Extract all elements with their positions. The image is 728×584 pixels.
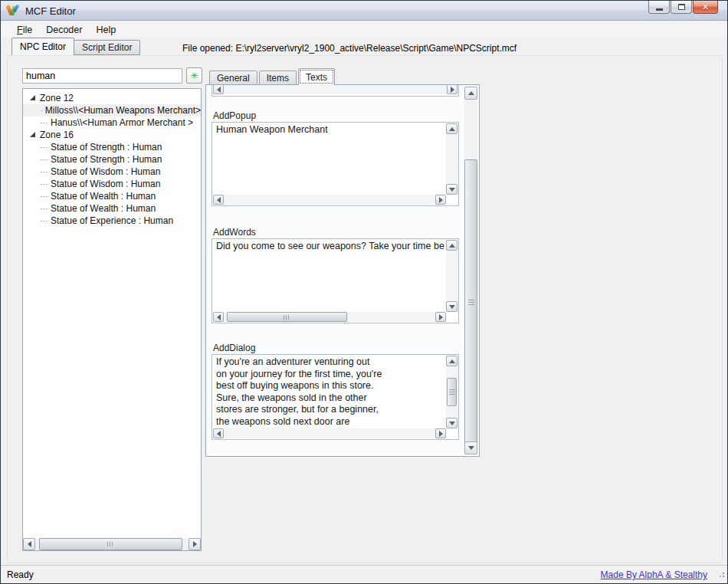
adddialog-textbox[interactable]: If you're an adventurer venturing out on… [212,354,459,440]
tab-items[interactable]: Items [259,71,297,85]
tree-connector [41,159,48,160]
scroll-right-button[interactable] [435,312,446,322]
tree-item-hanus[interactable]: Hanus\\<Human Armor Merchant > [23,116,201,129]
scroll-right-button[interactable] [447,85,457,94]
thumb-grip-icon [468,300,474,305]
scroll-up-button[interactable] [446,240,457,251]
arrow-up-icon [449,124,455,131]
scroll-left-button[interactable] [23,538,35,550]
npc-tree[interactable]: Zone 12 Milloss\\<Human Weapons Merchant… [22,88,202,551]
tree-item-statue[interactable]: Statue of Strength : Human [23,141,201,153]
tree-item-statue[interactable]: Statue of Strength : Human [23,153,201,166]
tab-npc-editor[interactable]: NPC Editor [11,38,74,55]
arrow-up-icon [468,88,474,95]
texts-panel: AddPopup Human Weapon Merchant AddWords … [205,84,480,457]
main-tab-strip: NPC Editor Script Editor [11,38,140,55]
scroll-right-button[interactable] [435,195,446,205]
arrow-right-icon [439,314,446,320]
scroll-left-button[interactable] [213,428,224,438]
tree-item-statue[interactable]: Statue of Wisdom : Human [23,166,201,178]
scroll-down-button[interactable] [446,301,457,312]
tree-hscrollbar[interactable] [23,538,201,550]
scroll-thumb[interactable] [227,312,347,322]
scroll-thumb[interactable] [39,538,182,550]
scroll-up-button[interactable] [446,123,457,134]
arrow-down-icon [449,305,455,312]
tree-connector [41,147,48,148]
minimize-icon [656,8,663,11]
tab-general[interactable]: General [209,71,257,85]
thumb-grip-icon [449,389,455,395]
addpopup-label: AddPopup [213,110,256,121]
tree-item-label: Statue of Wisdom : Human [51,166,160,177]
addpopup-textbox[interactable]: Human Weapon Merchant [212,122,459,206]
panel-vscrollbar[interactable] [464,87,477,454]
menu-file-accel: F [17,25,23,35]
scroll-right-button[interactable] [435,428,446,438]
menu-item-file[interactable]: File [10,23,39,37]
addpopup-text[interactable]: Human Weapon Merchant [216,124,444,194]
thumb-grip-icon [284,315,290,320]
tree-item-statue[interactable]: Statue of Wealth : Human [23,190,201,202]
tree-item-label: Statue of Wealth : Human [51,191,156,202]
status-bar: Ready Made By AlphA & Stealthy [1,565,727,583]
tree-connector [41,172,48,172]
scroll-thumb[interactable] [447,378,457,406]
menu-item-help[interactable]: Help [89,23,123,37]
title-bar[interactable]: MCF Editor ✕ [1,1,727,21]
tree-item-statue[interactable]: Statue of Experience : Human [23,215,201,227]
tree-connector [41,196,48,197]
tree-item-zone12[interactable]: Zone 12 [23,92,201,104]
tree-connector [41,110,43,111]
tree-expanded-icon[interactable] [30,132,35,137]
arrow-right-icon [193,541,200,547]
tree-item-milloss[interactable]: Milloss\\<Human Weapons Merchant> [23,104,201,116]
tree-item-label: Statue of Wealth : Human [51,203,156,214]
addwords-hscrollbar[interactable] [213,312,446,322]
caption-buttons: ✕ [648,1,718,14]
arrow-left-icon [25,541,31,547]
scroll-left-button[interactable] [213,195,224,205]
adddialog-text[interactable]: If you're an adventurer venturing out on… [216,356,444,428]
minimize-button[interactable] [648,1,670,14]
menu-bar: File Decoder Help [1,21,727,38]
menu-item-decoder[interactable]: Decoder [39,23,89,37]
scroll-thumb[interactable] [464,159,477,445]
tab-script-editor[interactable]: Script Editor [74,40,140,55]
scroll-up-button[interactable] [464,87,477,100]
tree-item-label: Statue of Experience : Human [51,215,173,226]
tree-item-statue[interactable]: Statue of Wisdom : Human [23,178,201,190]
maximize-button[interactable] [671,1,692,14]
scroll-right-button[interactable] [189,538,201,550]
scroll-down-button[interactable] [446,418,457,428]
tree-item-zone16[interactable]: Zone 16 [23,129,201,141]
app-logo-icon [7,5,20,17]
resize-grip[interactable] [717,573,724,580]
tree-item-label: Statue of Strength : Human [51,154,162,165]
addpopup-vscrollbar[interactable] [446,123,457,195]
tree-expanded-icon[interactable] [30,95,35,100]
addpopup-hscrollbar[interactable] [213,195,446,205]
search-input[interactable] [22,68,182,84]
scroll-left-button[interactable] [213,312,224,322]
adddialog-hscrollbar[interactable] [213,428,446,438]
addwords-vscrollbar[interactable] [446,240,457,312]
scroll-left-button[interactable] [213,85,224,94]
adddialog-vscrollbar[interactable] [446,356,457,428]
scroll-down-button[interactable] [464,441,477,454]
search-button[interactable]: ✳ [186,67,202,84]
scroll-up-button[interactable] [446,356,457,366]
arrow-right-icon [451,87,457,93]
addwords-textbox[interactable]: Did you come to see our weapons? Take yo… [212,238,459,323]
tree-item-statue[interactable]: Statue of Wealth : Human [23,202,201,215]
tab-texts[interactable]: Texts [298,68,335,85]
editor-tab-strip: General Items Texts [209,68,336,85]
scroll-down-button[interactable] [446,184,457,195]
arrow-left-icon [214,197,221,203]
close-button[interactable]: ✕ [693,1,718,14]
credit-link[interactable]: Made By AlphA & Stealthy [601,569,707,580]
clipped-hscrollbar[interactable] [213,85,457,94]
arrow-left-icon [214,314,221,320]
addwords-text[interactable]: Did you come to see our weapons? Take yo… [216,241,444,311]
tree-connector [41,208,48,209]
